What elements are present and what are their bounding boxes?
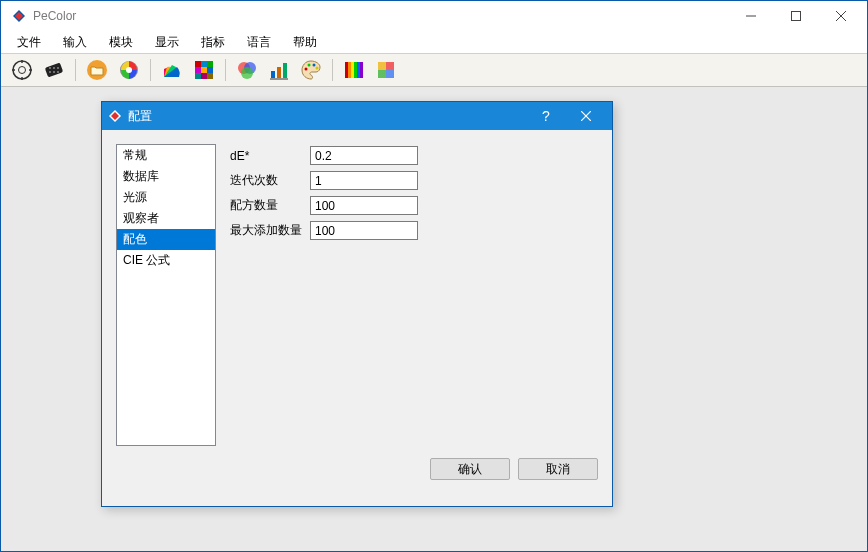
svg-point-38 — [305, 68, 308, 71]
svg-rect-26 — [201, 67, 207, 73]
menubar: 文件 输入 模块 显示 指标 语言 帮助 — [1, 31, 867, 54]
iterations-input[interactable] — [310, 171, 418, 190]
svg-rect-43 — [348, 62, 351, 78]
svg-rect-48 — [378, 62, 386, 70]
svg-rect-51 — [386, 70, 394, 78]
svg-point-6 — [13, 61, 31, 79]
svg-rect-25 — [195, 67, 201, 73]
svg-rect-27 — [207, 67, 213, 73]
svg-rect-24 — [207, 61, 213, 67]
recipes-label: 配方数量 — [230, 197, 310, 214]
svg-rect-12 — [45, 63, 63, 78]
svg-rect-44 — [351, 62, 354, 78]
svg-rect-36 — [283, 63, 287, 78]
cancel-button[interactable]: 取消 — [518, 458, 598, 480]
quadrant-icon[interactable] — [373, 57, 399, 83]
category-list[interactable]: 常规 数据库 光源 观察者 配色 CIE 公式 — [116, 144, 216, 446]
dialog-logo-icon — [108, 109, 122, 123]
svg-rect-49 — [386, 62, 394, 70]
menu-indicator[interactable]: 指标 — [191, 32, 235, 53]
list-item-general[interactable]: 常规 — [117, 145, 215, 166]
svg-point-16 — [49, 71, 51, 73]
dialog-titlebar[interactable]: 配置 ? — [102, 102, 612, 130]
iterations-label: 迭代次数 — [230, 172, 310, 189]
svg-point-14 — [53, 67, 55, 69]
window-controls — [728, 2, 863, 30]
menu-input[interactable]: 输入 — [53, 32, 97, 53]
menu-display[interactable]: 显示 — [145, 32, 189, 53]
grid-icon[interactable] — [191, 57, 217, 83]
maxadd-label: 最大添加数量 — [230, 222, 310, 239]
svg-rect-47 — [360, 62, 363, 78]
settings-icon[interactable] — [9, 57, 35, 83]
toolbar — [1, 54, 867, 87]
svg-rect-22 — [195, 61, 201, 67]
svg-rect-28 — [195, 73, 201, 79]
venn-icon[interactable] — [234, 57, 260, 83]
minimize-button[interactable] — [728, 2, 773, 30]
dialog-help-button[interactable]: ? — [526, 102, 566, 130]
svg-point-40 — [313, 64, 316, 67]
chart-icon[interactable] — [266, 57, 292, 83]
list-item-database[interactable]: 数据库 — [117, 166, 215, 187]
svg-rect-29 — [201, 73, 207, 79]
list-item-colormatch[interactable]: 配色 — [117, 229, 215, 250]
svg-rect-35 — [277, 67, 281, 78]
svg-rect-46 — [357, 62, 360, 78]
dialog-close-button[interactable] — [566, 102, 606, 130]
maximize-button[interactable] — [773, 2, 818, 30]
fan-chart-icon[interactable] — [159, 57, 185, 83]
svg-rect-23 — [201, 61, 207, 67]
svg-rect-30 — [207, 73, 213, 79]
window-title: PeColor — [33, 9, 728, 23]
svg-point-17 — [53, 71, 55, 73]
dialog-body: 常规 数据库 光源 观察者 配色 CIE 公式 dE* 迭代次数 配方数量 — [102, 130, 612, 458]
svg-point-15 — [57, 67, 59, 69]
form-row: dE* — [230, 146, 598, 165]
close-button[interactable] — [818, 2, 863, 30]
dialog-button-row: 确认 取消 — [102, 458, 612, 480]
toolbar-separator — [75, 59, 76, 81]
de-input[interactable] — [310, 146, 418, 165]
toolbar-separator — [150, 59, 151, 81]
list-item-lightsource[interactable]: 光源 — [117, 187, 215, 208]
settings-form: dE* 迭代次数 配方数量 最大添加数量 — [230, 144, 598, 444]
app-logo-icon — [11, 8, 27, 24]
svg-point-7 — [19, 67, 26, 74]
list-item-observer[interactable]: 观察者 — [117, 208, 215, 229]
form-row: 最大添加数量 — [230, 221, 598, 240]
recipes-input[interactable] — [310, 196, 418, 215]
toolbar-separator — [225, 59, 226, 81]
svg-rect-34 — [271, 71, 275, 78]
maxadd-input[interactable] — [310, 221, 418, 240]
swatch-icon[interactable] — [41, 57, 67, 83]
de-label: dE* — [230, 149, 310, 163]
color-wheel-icon[interactable] — [116, 57, 142, 83]
form-row: 迭代次数 — [230, 171, 598, 190]
folder-icon[interactable] — [84, 57, 110, 83]
config-dialog: 配置 ? 常规 数据库 光源 观察者 配色 CIE 公式 dE* 迭代次数 — [101, 101, 613, 507]
menu-help[interactable]: 帮助 — [283, 32, 327, 53]
svg-point-33 — [241, 67, 253, 79]
ok-button[interactable]: 确认 — [430, 458, 510, 480]
svg-rect-45 — [354, 62, 357, 78]
toolbar-separator — [332, 59, 333, 81]
svg-rect-50 — [378, 70, 386, 78]
svg-rect-42 — [345, 62, 348, 78]
workspace-area: 配置 ? 常规 数据库 光源 观察者 配色 CIE 公式 dE* 迭代次数 — [1, 87, 867, 552]
dialog-title: 配置 — [128, 108, 526, 125]
svg-point-39 — [308, 64, 311, 67]
svg-point-41 — [316, 67, 319, 70]
svg-point-21 — [126, 67, 132, 73]
window-titlebar: PeColor — [1, 1, 867, 31]
menu-file[interactable]: 文件 — [7, 32, 51, 53]
menu-module[interactable]: 模块 — [99, 32, 143, 53]
menu-language[interactable]: 语言 — [237, 32, 281, 53]
list-item-cieformula[interactable]: CIE 公式 — [117, 250, 215, 271]
svg-point-18 — [57, 71, 59, 73]
form-row: 配方数量 — [230, 196, 598, 215]
spectrum-icon[interactable] — [341, 57, 367, 83]
svg-point-13 — [49, 67, 51, 69]
svg-rect-3 — [791, 12, 800, 21]
palette-icon[interactable] — [298, 57, 324, 83]
